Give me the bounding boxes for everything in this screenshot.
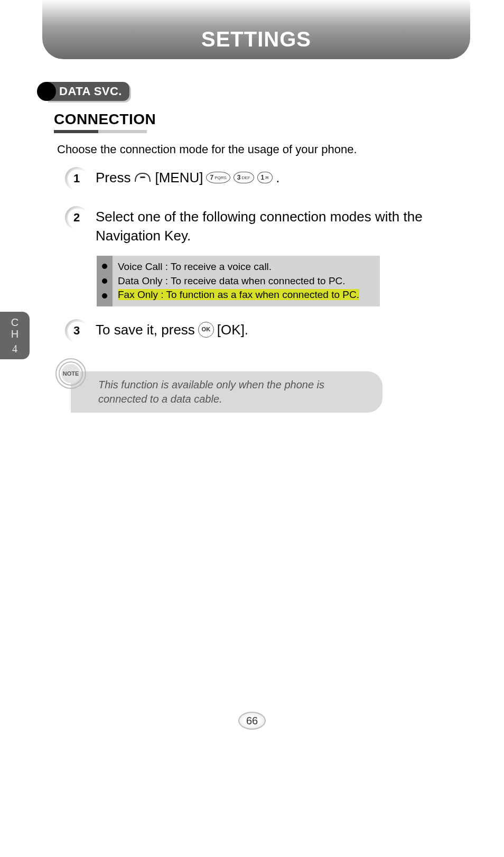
section-dot-icon (37, 82, 56, 101)
option-data-only: Data Only : To receive data when connect… (118, 274, 375, 288)
intro-text: Choose the connection mode for the usage… (57, 143, 357, 156)
key-3-icon: 3DEF (234, 172, 254, 183)
step-1: 1 Press [MENU] 7PQRS 3DEF 1✉ . (66, 168, 279, 189)
step-1-number: 1 (68, 170, 86, 188)
section-label: DATA SVC. (59, 85, 122, 98)
page-number: 66 (0, 710, 504, 731)
section-badge: DATA SVC. (37, 82, 129, 101)
step-2-badge: 2 (66, 207, 87, 228)
step-1-menu: [MENU] (155, 168, 203, 187)
step-3-text: To save it, press OK [OK]. (96, 320, 248, 339)
section-pill: DATA SVC. (46, 82, 129, 101)
note-icon: NOTE (55, 358, 87, 389)
subsection-title: CONNECTION (54, 111, 156, 130)
step-1-pre: Press (96, 168, 130, 187)
subsection-heading: CONNECTION (54, 111, 156, 133)
ok-key-icon: OK (198, 322, 214, 338)
note-block: NOTE This function is available only whe… (55, 358, 382, 413)
key-7-icon: 7PQRS (206, 172, 230, 183)
key-1-icon: 1✉ (257, 172, 273, 183)
step-3-number: 3 (68, 322, 86, 340)
bullet-icon (102, 278, 107, 284)
step-2: 2 Select one of the following connection… (66, 207, 457, 246)
step-2-number: 2 (68, 209, 86, 227)
step-2-text: Select one of the following connection m… (96, 207, 457, 246)
step-1-text: Press [MENU] 7PQRS 3DEF 1✉ . (96, 168, 279, 187)
step-3-pre: To save it, press (96, 320, 195, 339)
chapter-tab: C H 4 (0, 312, 30, 359)
chapter-number: 4 (12, 343, 17, 355)
note-text: This function is available only when the… (71, 371, 382, 413)
softkey-icon (134, 171, 152, 184)
options-content: Voice Call : To receive a voice call. Da… (113, 256, 380, 306)
chapter-c: C (11, 316, 18, 328)
header-tab: SETTINGS (42, 0, 470, 59)
options-box: Voice Call : To receive a voice call. Da… (97, 256, 380, 306)
option-voice-call: Voice Call : To receive a voice call. (118, 260, 375, 274)
step-3: 3 To save it, press OK [OK]. (66, 320, 248, 341)
step-1-badge: 1 (66, 168, 87, 189)
step-3-ok: [OK]. (217, 320, 248, 339)
bullet-icon (102, 264, 107, 269)
step-3-badge: 3 (66, 320, 87, 341)
svg-text:NOTE: NOTE (63, 370, 79, 377)
option-fax-only: Fax Only : To function as a fax when con… (118, 289, 359, 300)
page-number-text: 66 (246, 715, 258, 727)
subsection-underline (54, 130, 147, 133)
chapter-h: H (11, 328, 18, 340)
options-bullet-strip (97, 256, 113, 306)
bullet-icon (102, 293, 107, 299)
svg-rect-0 (140, 176, 145, 178)
page-title: SETTINGS (201, 27, 311, 51)
step-1-dot: . (276, 168, 279, 187)
